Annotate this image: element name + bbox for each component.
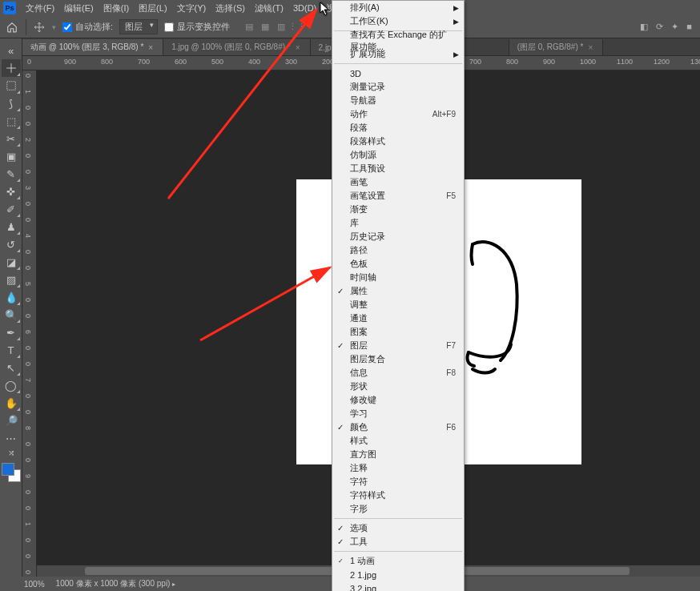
foreground-color-swatch[interactable] [2,463,14,476]
menu-item-图层[interactable]: 图层F7✓ [332,339,464,352]
auto-select-checkbox[interactable]: 自动选择: [62,21,113,33]
dropdown-arrow-icon[interactable]: ▾ [52,23,56,31]
vertical-ruler[interactable]: 01002003004005006007008009001000 [22,70,37,577]
menu-layer[interactable]: 图层(L) [134,1,171,16]
menu-item-测量记录[interactable]: 测量记录 [332,80,464,94]
menu-item-1动画[interactable]: 1 动画✓ [332,554,464,568]
menu-file[interactable]: 文件(F) [21,1,59,16]
crop-tool[interactable]: ✂ [2,130,21,147]
eyedropper-tool[interactable]: ✎ [2,165,21,183]
auto-select-target-dropdown[interactable]: 图层 [119,19,158,34]
menu-item-段落样式[interactable]: 段落样式 [332,135,464,148]
menu-item-路径[interactable]: 路径 [332,243,464,257]
zoom-tool[interactable]: 🔎 [2,412,21,429]
menu-type[interactable]: 文字(Y) [172,1,211,16]
menu-item-工具预设[interactable]: 工具预设 [332,162,464,175]
menu-edit[interactable]: 编辑(E) [59,1,99,16]
menu-item-字形[interactable]: 字形 [332,502,464,516]
brush-tool[interactable]: ✐ [2,200,21,218]
align-right-icon[interactable]: ▥ [275,21,288,34]
document-info[interactable]: 1000 像素 x 1000 像素 (300 ppi) [56,578,175,589]
menu-item-注释[interactable]: 注释 [332,461,464,475]
menu-item-渐变[interactable]: 渐变 [332,203,464,216]
menu-item-字符[interactable]: 字符 [332,475,464,488]
menu-select[interactable]: 选择(S) [211,1,250,16]
stamp-tool[interactable]: ♟ [2,218,21,235]
menu-item-库[interactable]: 库 [332,216,464,230]
menu-item-字符样式[interactable]: 字符样式 [332,488,464,502]
history-brush-tool[interactable]: ↺ [2,235,21,253]
menu-item-颜色[interactable]: 颜色F6✓ [332,420,464,434]
menu-item-导航器[interactable]: 导航器 [332,94,464,107]
menu-item-画笔[interactable]: 画笔 [332,175,464,189]
hand-tool[interactable]: ✋ [2,394,21,412]
auto-select-input[interactable] [62,22,72,32]
lasso-tool[interactable]: ⟆ [2,94,21,112]
path-select-tool[interactable]: ↖ [2,359,21,376]
menu-item-图案[interactable]: 图案 [332,325,464,339]
align-left-icon[interactable]: ▤ [243,21,255,34]
frame-tool[interactable]: ▣ [2,147,21,165]
menu-item-32jpg[interactable]: 3 2.jpg [332,581,464,591]
mode-icon-4[interactable]: ■ [686,22,692,32]
menu-item-调整[interactable]: 调整 [332,298,464,312]
menu-item-色板[interactable]: 色板 [332,257,464,271]
menu-item-历史记录[interactable]: 历史记录 [332,230,464,243]
close-icon[interactable]: × [148,43,153,52]
close-icon[interactable]: × [588,43,593,52]
menu-item-工作区K[interactable]: 工作区(K)▶ [332,14,464,28]
menu-item-选项[interactable]: 选项✓ [332,521,464,535]
mode-icon-3[interactable]: ✦ [671,22,678,32]
document-tab[interactable]: 动画 @ 100% (图层 3, RGB/8) * × [22,39,163,55]
wand-tool[interactable]: ⬚ [2,112,21,130]
marquee-tool[interactable] [2,77,21,94]
type-tool[interactable]: T [2,341,21,359]
menu-item-图层复合[interactable]: 图层复合 [332,352,464,366]
menu-item-直方图[interactable]: 直方图 [332,448,464,461]
move-tool[interactable] [2,59,21,77]
close-icon[interactable]: × [296,43,300,52]
menu-item-样式[interactable]: 样式 [332,434,464,448]
document-tab[interactable]: 1.jpg @ 100% (图层 0, RGB/8#) * × [163,39,310,55]
menu-item-查找有关Exchange的扩展功能[interactable]: 查找有关 Exchange 的扩展功能... [332,34,464,47]
menu-item-时间轴[interactable]: 时间轴 [332,271,464,284]
menu-item-扩展功能[interactable]: 扩展功能▶ [332,47,464,61]
menu-item-形状[interactable]: 形状 [332,380,464,393]
zoom-level[interactable]: 100% [24,580,45,589]
menu-item-修改键[interactable]: 修改键 [332,393,464,407]
show-transform-checkbox[interactable]: 显示变换控件 [164,21,230,33]
menu-item-动作[interactable]: 动作Alt+F9 [332,107,464,121]
menu-item-排列A[interactable]: 排列(A)▶ [332,1,464,14]
mode-icon-2[interactable]: ⟳ [656,22,663,32]
menu-item-通道[interactable]: 通道 [332,312,464,325]
edit-toolbar-icon[interactable]: ⋯ [2,429,21,447]
home-icon[interactable] [5,21,19,34]
color-swatches[interactable] [2,463,21,482]
menu-item-学习[interactable]: 学习 [332,407,464,420]
align-center-icon[interactable]: ▦ [259,21,272,34]
gradient-tool[interactable]: ▨ [2,271,21,288]
menu-item-21jpg[interactable]: 2 1.jpg [332,568,464,581]
menu-item-信息[interactable]: 信息F8 [332,366,464,380]
dodge-tool[interactable]: 🔍 [2,306,21,324]
collapse-icon[interactable]: « [2,42,21,59]
menu-item-画笔设置[interactable]: 画笔设置F5 [332,189,464,203]
menu-item-仿制源[interactable]: 仿制源 [332,148,464,162]
swap-colors-icon[interactable]: ⤭ [2,447,21,458]
menu-item-段落[interactable]: 段落 [332,121,464,135]
mode-icon-1[interactable]: ◧ [640,22,648,32]
document-tab[interactable]: (图层 0, RGB/8#) * × [509,39,604,55]
menu-image[interactable]: 图像(I) [99,1,134,16]
menu-item-属性[interactable]: 属性✓ [332,284,464,298]
healing-tool[interactable]: ✜ [2,183,21,200]
menu-filter[interactable]: 滤镜(T) [250,1,288,16]
menu-item-工具[interactable]: 工具✓ [332,535,464,549]
blur-tool[interactable]: 💧 [2,288,21,306]
menu-item-3D[interactable]: 3D [332,66,464,80]
show-transform-input[interactable] [164,22,174,32]
distribute-icon[interactable]: ⋮⋮ [291,21,304,34]
pen-tool[interactable]: ✒ [2,324,21,341]
eraser-tool[interactable]: ◪ [2,253,21,271]
menu-3d[interactable]: 3D(D) [288,2,321,14]
shape-tool[interactable]: ◯ [2,376,21,394]
